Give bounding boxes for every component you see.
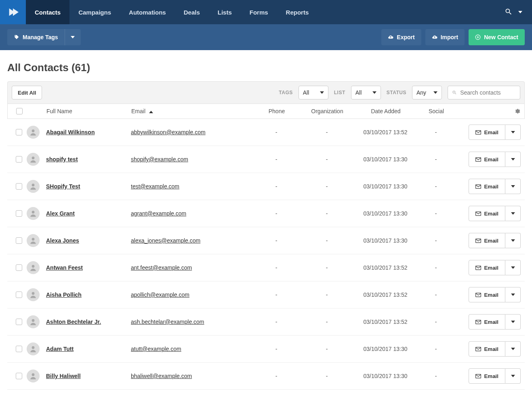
chevron-down-icon xyxy=(433,91,437,94)
row-checkbox[interactable] xyxy=(16,319,22,325)
contact-phone: - xyxy=(275,264,278,271)
nav-item-deals[interactable]: Deals xyxy=(175,0,209,24)
email-button[interactable]: Email xyxy=(469,152,505,167)
contact-email-link[interactable]: test@example.com xyxy=(131,183,179,190)
row-actions-caret[interactable] xyxy=(505,341,521,357)
nav-item-contacts[interactable]: Contacts xyxy=(26,0,69,24)
contact-name-link[interactable]: Adam Tutt xyxy=(46,346,74,352)
new-contact-button[interactable]: New Contact xyxy=(469,29,525,45)
email-button[interactable]: Email xyxy=(469,314,505,330)
manage-tags-caret[interactable] xyxy=(65,29,81,45)
column-header-name[interactable]: Full Name xyxy=(46,108,131,114)
avatar-icon xyxy=(29,128,37,136)
contact-email-link[interactable]: agrant@example.com xyxy=(131,210,186,217)
user-menu-caret[interactable] xyxy=(518,11,522,13)
table-row: Ashton Bechtelar Jr.ash.bechtelar@exampl… xyxy=(7,308,525,336)
contact-date: 03/10/2017 13:30 xyxy=(364,156,408,163)
contact-date: 03/10/2017 13:52 xyxy=(364,129,408,135)
row-checkbox[interactable] xyxy=(16,291,22,298)
contact-name-link[interactable]: SHopify Test xyxy=(46,183,80,190)
envelope-icon xyxy=(475,157,481,162)
app-logo[interactable] xyxy=(0,0,26,24)
row-actions-caret[interactable] xyxy=(505,179,521,194)
contact-email-link[interactable]: apollich@example.com xyxy=(131,291,189,298)
column-header-social[interactable]: Social xyxy=(418,108,454,114)
email-button[interactable]: Email xyxy=(469,179,505,194)
manage-tags-button[interactable]: Manage Tags xyxy=(7,29,65,45)
contact-name-link[interactable]: Ashton Bechtelar Jr. xyxy=(46,319,101,325)
contact-name-link[interactable]: Antwan Feest xyxy=(46,264,83,271)
contact-email-link[interactable]: bhaliwell@example.com xyxy=(131,373,192,379)
row-checkbox[interactable] xyxy=(16,129,22,135)
contact-name-link[interactable]: Alex Grant xyxy=(46,210,75,217)
search-input[interactable] xyxy=(460,89,516,96)
contact-email-link[interactable]: shopify@example.com xyxy=(131,156,188,163)
nav-item-reports[interactable]: Reports xyxy=(277,0,318,24)
column-header-date[interactable]: Date Added xyxy=(353,108,418,114)
contact-email-link[interactable]: ash.bechtelar@example.com xyxy=(131,319,204,325)
list-filter-dropdown[interactable]: All xyxy=(351,86,381,99)
status-filter-dropdown[interactable]: Any xyxy=(412,86,442,99)
avatar-icon xyxy=(29,237,37,245)
email-button[interactable]: Email xyxy=(469,368,505,384)
select-all-checkbox[interactable] xyxy=(16,108,23,114)
contact-name-link[interactable]: Aisha Pollich xyxy=(46,291,82,298)
row-checkbox[interactable] xyxy=(16,346,22,352)
tags-filter-dropdown[interactable]: All xyxy=(299,86,328,99)
top-nav: ContactsCampaignsAutomationsDealsListsFo… xyxy=(0,0,532,24)
export-button[interactable]: Export xyxy=(381,29,421,45)
edit-all-button[interactable]: Edit All xyxy=(12,86,42,99)
row-checkbox[interactable] xyxy=(16,183,22,190)
row-actions-caret[interactable] xyxy=(505,260,521,275)
row-checkbox[interactable] xyxy=(16,373,22,379)
contact-social: - xyxy=(435,237,437,244)
column-header-org[interactable]: Organization xyxy=(301,108,353,114)
sort-asc-icon xyxy=(149,111,153,113)
nav-item-campaigns[interactable]: Campaigns xyxy=(69,0,120,24)
import-button[interactable]: Import xyxy=(425,29,465,45)
email-button[interactable]: Email xyxy=(469,233,505,248)
email-button[interactable]: Email xyxy=(469,287,505,302)
contact-name-link[interactable]: Alexa Jones xyxy=(46,237,79,244)
column-header-email[interactable]: Email xyxy=(131,108,252,114)
search-box[interactable] xyxy=(448,86,520,99)
email-button-label: Email xyxy=(484,211,498,217)
row-actions-caret[interactable] xyxy=(505,206,521,221)
row-actions-caret[interactable] xyxy=(505,368,521,384)
email-button[interactable]: Email xyxy=(469,125,505,140)
row-actions-caret[interactable] xyxy=(505,314,521,330)
contact-name-link[interactable]: Abagail Wilkinson xyxy=(46,129,95,135)
contact-name-link[interactable]: shopify test xyxy=(46,156,78,163)
row-actions-caret[interactable] xyxy=(505,152,521,167)
contact-social: - xyxy=(435,346,437,352)
email-button[interactable]: Email xyxy=(469,260,505,275)
row-checkbox[interactable] xyxy=(16,264,22,271)
row-actions-caret[interactable] xyxy=(505,233,521,248)
contact-email-link[interactable]: ant.feest@example.com xyxy=(131,264,192,271)
contact-email-link[interactable]: atutt@example.com xyxy=(131,346,181,352)
nav-item-forms[interactable]: Forms xyxy=(241,0,277,24)
avatar-icon xyxy=(29,345,37,353)
row-actions-caret[interactable] xyxy=(505,125,521,140)
contact-org: - xyxy=(326,210,328,217)
avatar-icon xyxy=(29,264,37,272)
contact-email-link[interactable]: alexa_jones@example.com xyxy=(131,237,200,244)
search-icon[interactable] xyxy=(505,8,513,17)
status-filter-label: STATUS xyxy=(387,90,406,95)
nav-item-automations[interactable]: Automations xyxy=(120,0,175,24)
email-button[interactable]: Email xyxy=(469,341,505,357)
nav-item-lists[interactable]: Lists xyxy=(209,0,241,24)
row-checkbox[interactable] xyxy=(16,210,22,217)
table-row: Aisha Pollichapollich@example.com--03/10… xyxy=(7,281,525,308)
row-actions-caret[interactable] xyxy=(505,287,521,302)
column-header-phone[interactable]: Phone xyxy=(252,108,301,114)
svg-point-3 xyxy=(32,156,35,159)
avatar xyxy=(27,315,40,328)
row-checkbox[interactable] xyxy=(16,156,22,163)
contact-email-link[interactable]: abbywilkinson@example.com xyxy=(131,129,206,135)
svg-point-9 xyxy=(32,238,35,241)
gear-icon[interactable] xyxy=(515,108,520,114)
email-button[interactable]: Email xyxy=(469,206,505,221)
row-checkbox[interactable] xyxy=(16,237,22,244)
contact-name-link[interactable]: Billy Haliwell xyxy=(46,373,81,379)
